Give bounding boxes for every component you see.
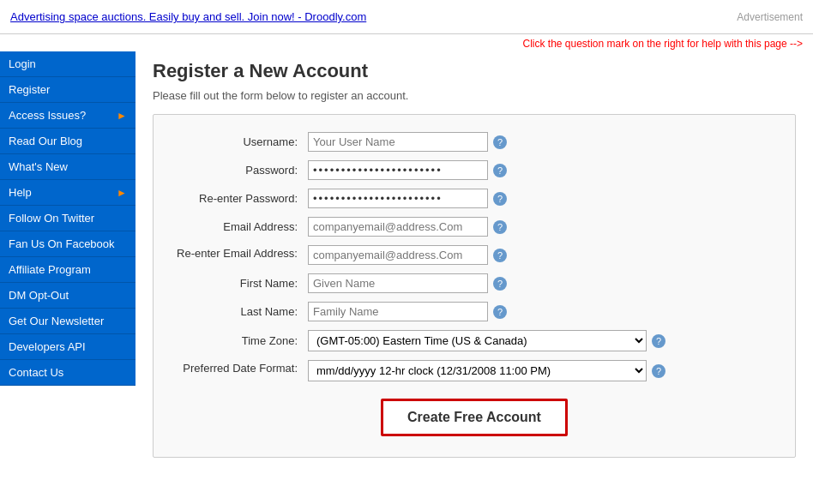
reenter-password-input[interactable] <box>308 189 488 208</box>
timezone-help-icon[interactable]: ? <box>652 334 665 348</box>
sidebar-item-developers-api[interactable]: Developers API <box>0 334 136 360</box>
lastname-input[interactable] <box>308 302 488 321</box>
password-row: Password: ? <box>171 160 778 180</box>
sidebar-item-affiliate[interactable]: Affiliate Program <box>0 257 136 283</box>
submit-area: Create Free Account <box>171 399 778 436</box>
page-title: Register a New Account <box>153 60 796 82</box>
sidebar-item-help[interactable]: Help ► <box>0 180 136 206</box>
reenter-email-row: Re-enter Email Address: ? <box>171 245 778 265</box>
sidebar-item-label: Affiliate Program <box>9 263 91 276</box>
password-label: Password: <box>171 164 308 177</box>
dateformat-row: Preferred Date Format: mm/dd/yyyy 12-hr … <box>171 360 778 381</box>
reenter-email-label: Re-enter Email Address: <box>171 245 308 260</box>
arrow-icon: ► <box>117 187 127 199</box>
registration-form: Username: ? Password: ? Re-enter Passwor… <box>153 114 796 458</box>
dateformat-label: Preferred Date Format: <box>171 360 308 375</box>
sidebar-item-label: Help <box>9 186 32 199</box>
sidebar-item-label: What's New <box>9 160 68 173</box>
password-help-icon[interactable]: ? <box>493 164 507 177</box>
lastname-row: Last Name: ? <box>171 302 778 321</box>
sidebar-item-dm-optout[interactable]: DM Opt-Out <box>0 283 136 309</box>
sidebar-item-contact[interactable]: Contact Us <box>0 360 136 386</box>
ad-link[interactable]: Advertising space auctions. Easily buy a… <box>10 10 366 23</box>
timezone-label: Time Zone: <box>171 334 308 347</box>
reenter-password-label: Re-enter Password: <box>171 192 308 205</box>
ad-bar: Advertising space auctions. Easily buy a… <box>0 0 813 34</box>
help-hint: Click the question mark on the right for… <box>0 34 813 51</box>
timezone-select[interactable]: (GMT-05:00) Eastern Time (US & Canada) <box>308 330 647 351</box>
firstname-label: First Name: <box>171 277 308 290</box>
username-row: Username: ? <box>171 132 778 152</box>
email-label: Email Address: <box>171 220 308 233</box>
sidebar-item-label: Follow On Twitter <box>9 212 94 225</box>
lastname-label: Last Name: <box>171 305 308 318</box>
sidebar-item-label: DM Opt-Out <box>9 289 69 302</box>
timezone-row: Time Zone: (GMT-05:00) Eastern Time (US … <box>171 330 778 351</box>
email-row: Email Address: ? <box>171 217 778 237</box>
content-area: Register a New Account Please fill out t… <box>136 51 813 466</box>
reenter-email-input[interactable] <box>308 245 488 265</box>
sidebar-item-label: Get Our Newsletter <box>9 315 104 327</box>
reenter-password-help-icon[interactable]: ? <box>493 192 507 206</box>
reenter-email-help-icon[interactable]: ? <box>493 249 507 262</box>
sidebar-item-label: Register <box>9 83 50 96</box>
sidebar-item-blog[interactable]: Read Our Blog <box>0 129 136 154</box>
reenter-password-row: Re-enter Password: ? <box>171 189 778 208</box>
arrow-icon: ► <box>117 110 127 122</box>
sidebar-item-label: Contact Us <box>9 366 63 379</box>
email-input[interactable] <box>308 217 488 237</box>
firstname-help-icon[interactable]: ? <box>493 277 507 291</box>
firstname-input[interactable] <box>308 273 488 293</box>
firstname-row: First Name: ? <box>171 273 778 293</box>
sidebar-item-facebook[interactable]: Fan Us On Facebook <box>0 231 136 257</box>
password-input[interactable] <box>308 160 488 180</box>
sidebar-item-register[interactable]: Register <box>0 77 136 103</box>
sidebar-item-label: Access Issues? <box>9 109 86 122</box>
lastname-help-icon[interactable]: ? <box>493 305 507 319</box>
email-help-icon[interactable]: ? <box>493 220 507 234</box>
sidebar-item-label: Login <box>9 57 36 70</box>
username-label: Username: <box>171 135 308 148</box>
sidebar-item-access-issues[interactable]: Access Issues? ► <box>0 103 136 129</box>
create-account-button[interactable]: Create Free Account <box>381 399 568 436</box>
sidebar-item-newsletter[interactable]: Get Our Newsletter <box>0 309 136 334</box>
sidebar-item-label: Fan Us On Facebook <box>9 237 115 250</box>
username-input[interactable] <box>308 132 488 152</box>
ad-label: Advertisement <box>737 11 803 23</box>
sidebar-item-whats-new[interactable]: What's New <box>0 154 136 180</box>
main-layout: Login Register Access Issues? ► Read Our… <box>0 51 813 466</box>
sidebar-item-label: Developers API <box>9 340 86 353</box>
sidebar-item-twitter[interactable]: Follow On Twitter <box>0 206 136 231</box>
username-help-icon[interactable]: ? <box>493 135 507 149</box>
sidebar: Login Register Access Issues? ► Read Our… <box>0 51 136 466</box>
page-subtitle: Please fill out the form below to regist… <box>153 89 796 102</box>
dateformat-help-icon[interactable]: ? <box>652 364 665 378</box>
sidebar-item-login[interactable]: Login <box>0 51 136 77</box>
dateformat-select[interactable]: mm/dd/yyyy 12-hr clock (12/31/2008 11:00… <box>308 360 647 381</box>
sidebar-item-label: Read Our Blog <box>9 135 82 147</box>
